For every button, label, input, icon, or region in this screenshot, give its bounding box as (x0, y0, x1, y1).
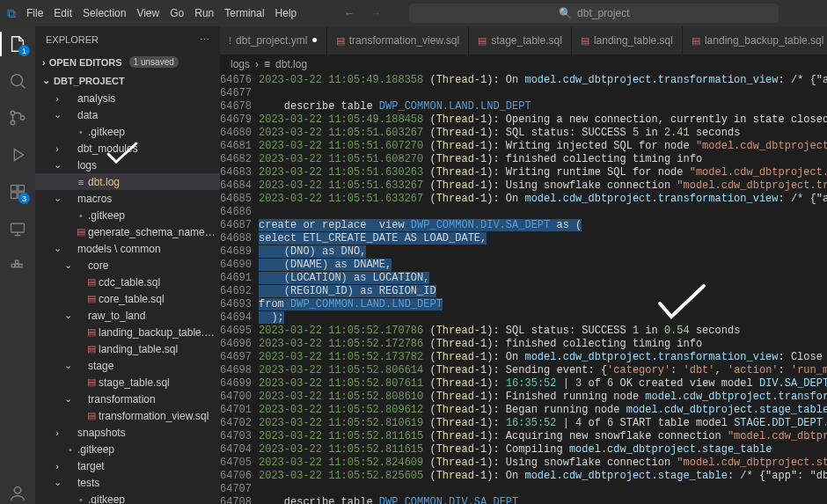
menu-edit[interactable]: Edit (54, 7, 72, 19)
breadcrumb-item[interactable]: logs (231, 58, 250, 70)
code-line[interactable]: (REGION_ID) as REGION_ID (259, 285, 827, 298)
editor-tab[interactable]: ▤landing_backup_table.sql (683, 26, 827, 55)
activity-remote-icon[interactable] (7, 218, 28, 239)
tree-item[interactable]: ▤cdc_table.sql (35, 274, 220, 290)
activity-search-icon[interactable] (7, 70, 28, 91)
tree-item[interactable]: •.gitkeep (35, 123, 220, 140)
code-line[interactable]: describe table DWP_COMMON.LAND.LND_DEPT (259, 100, 827, 113)
code-line[interactable]: create or replace view DWP_COMMON.DIV.SA… (259, 219, 827, 232)
code-line[interactable]: select ETL_CREATE_DATE AS LOAD_DATE, (259, 232, 827, 245)
chevron-down-icon: ⌄ (62, 393, 74, 405)
search-placeholder: dbt_project (577, 7, 629, 19)
tree-item[interactable]: ›target (35, 457, 220, 474)
open-editors-label: OPEN EDITORS (49, 57, 122, 68)
tree-item[interactable]: ▤generate_schema_name.sql (35, 223, 220, 240)
code-line[interactable]: 2023-03-22 11:05:51.633267 (Thread-1): O… (259, 193, 827, 206)
tree-item[interactable]: ▤landing_table.sql (35, 340, 220, 357)
editor-tab[interactable]: ▤stage_table.sql (469, 26, 572, 55)
editor-tab[interactable]: ▤transformation_view.sql (327, 26, 469, 55)
activity-run-debug-icon[interactable] (7, 144, 28, 165)
code-line[interactable] (259, 206, 827, 219)
project-name: DBT_PROJECT (54, 76, 125, 86)
more-icon[interactable]: ⋯ (200, 34, 209, 46)
activity-source-control-icon[interactable] (7, 107, 28, 128)
tree-item[interactable]: ›analysis (35, 90, 220, 106)
tree-item[interactable]: ▤landing_backup_table.sql (35, 324, 220, 340)
tree-item[interactable]: •.gitkeep (35, 441, 220, 457)
code-line[interactable]: (DNO) as DNO, (259, 245, 827, 259)
tree-item-label: logs (77, 159, 216, 172)
menu-file[interactable]: File (26, 7, 43, 19)
code-line[interactable]: 2023-03-22 11:05:51.603267 (Thread-1): S… (259, 127, 827, 140)
code-line[interactable]: (DNAME) as DNAME, (259, 259, 827, 272)
tree-item[interactable]: ⌄raw_to_land (35, 307, 220, 324)
code-line[interactable]: 2023-03-22 11:05:52.809612 (Thread-1): B… (259, 404, 827, 417)
nav-forward-icon[interactable]: → (370, 7, 381, 19)
activity-extensions-icon[interactable]: 3 (7, 181, 28, 202)
code-line[interactable]: ); (259, 311, 827, 325)
tree-item[interactable]: ⌄transformation (35, 391, 220, 407)
menu-run[interactable]: Run (194, 7, 214, 19)
tree-item[interactable]: ⌄core (35, 257, 220, 274)
editor-tab[interactable]: ▤landing_table.sql (572, 26, 683, 55)
tree-item[interactable]: ›dbt_modules (35, 140, 220, 157)
tree-item[interactable]: ▤core_table.sql (35, 290, 220, 307)
editor-tab[interactable]: !dbt_project.yml• (220, 26, 327, 55)
code-line[interactable]: 2023-03-22 11:05:49.188358 (Thread-1): O… (259, 74, 827, 87)
code-line[interactable]: 2023-03-22 11:05:52.172786 (Thread-1): f… (259, 338, 827, 351)
tree-item[interactable]: ▤transformation_view.sql (35, 407, 220, 424)
activity-account-icon[interactable] (7, 483, 28, 504)
code-line[interactable]: 2023-03-22 11:05:51.608270 (Thread-1): f… (259, 153, 827, 166)
nav-back-icon[interactable]: ← (344, 7, 355, 19)
code-line[interactable]: 2023-03-22 11:05:52.824609 (Thread-1): U… (259, 457, 827, 470)
code-line[interactable]: 2023-03-22 11:05:52.810619 (Thread-1): 1… (259, 417, 827, 430)
code-line[interactable]: 2023-03-22 11:05:52.806614 (Thread-1): S… (259, 364, 827, 377)
file-icon: ▤ (84, 343, 99, 354)
code-content[interactable]: 2023-03-22 11:05:49.188358 (Thread-1): O… (259, 74, 827, 504)
menu-help[interactable]: Help (275, 7, 297, 19)
code-line[interactable]: 2023-03-22 11:05:51.607270 (Thread-1): W… (259, 140, 827, 153)
chevron-right-icon: › (255, 58, 259, 70)
tree-item[interactable]: ⌄stage (35, 357, 220, 374)
breadcrumb-item[interactable]: dbt.log (275, 58, 307, 70)
tree-item-label: tests (77, 477, 216, 489)
code-line[interactable] (259, 483, 827, 496)
tree-item-label: core_table.sql (99, 293, 216, 305)
code-line[interactable]: 2023-03-22 11:05:49.188458 (Thread-1): O… (259, 113, 827, 127)
code-line[interactable]: 2023-03-22 11:05:52.807611 (Thread-1): 1… (259, 377, 827, 391)
tree-item[interactable]: ⌄logs (35, 157, 220, 173)
command-center[interactable]: 🔍 dbt_project (409, 4, 779, 23)
menu-terminal[interactable]: Terminal (224, 7, 264, 19)
code-editor[interactable]: 6467664677646786467964680646816468264683… (220, 74, 827, 504)
code-line[interactable]: (LOCATION) as LOCATION, (259, 272, 827, 285)
code-line[interactable]: describe table DWP_COMMON.DIV.SA_DEPT (259, 496, 827, 504)
code-line[interactable]: from DWP_COMMON.LAND.LND_DEPT (259, 298, 827, 311)
project-section[interactable]: ⌄ DBT_PROJECT (35, 71, 220, 90)
activity-docker-icon[interactable] (7, 255, 28, 276)
open-editors-section[interactable]: › OPEN EDITORS 1 unsaved (35, 53, 220, 71)
code-line[interactable]: 2023-03-22 11:05:51.630263 (Thread-1): W… (259, 166, 827, 179)
tree-item[interactable]: ▤stage_table.sql (35, 374, 220, 391)
code-line[interactable]: 2023-03-22 11:05:51.633267 (Thread-1): U… (259, 179, 827, 193)
tree-item[interactable]: ⌄tests (35, 474, 220, 491)
code-line[interactable]: 2023-03-22 11:05:52.170786 (Thread-1): S… (259, 325, 827, 338)
code-line[interactable] (259, 87, 827, 100)
menu-selection[interactable]: Selection (83, 7, 126, 19)
tree-item[interactable]: ⌄macros (35, 190, 220, 207)
code-line[interactable]: 2023-03-22 11:05:52.825605 (Thread-1): O… (259, 470, 827, 483)
code-line[interactable]: 2023-03-22 11:05:52.808610 (Thread-1): F… (259, 391, 827, 404)
tree-item[interactable]: •.gitkeep (35, 207, 220, 223)
tree-item-label: stage (88, 360, 216, 372)
tree-item[interactable]: ›snapshots (35, 424, 220, 441)
code-line[interactable]: 2023-03-22 11:05:52.811615 (Thread-1): A… (259, 430, 827, 443)
code-line[interactable]: 2023-03-22 11:05:52.173782 (Thread-1): O… (259, 351, 827, 364)
code-line[interactable]: 2023-03-22 11:05:52.811615 (Thread-1): C… (259, 443, 827, 457)
tree-item[interactable]: •.gitkeep (35, 491, 220, 504)
activity-explorer-icon[interactable]: 1 (7, 33, 28, 55)
menu-go[interactable]: Go (170, 7, 184, 19)
menu-view[interactable]: View (136, 7, 159, 19)
tree-item[interactable]: ⌄data (35, 106, 220, 123)
tree-item[interactable]: ⌄models \ common (35, 240, 220, 257)
file-icon: ▤ (84, 276, 99, 288)
tree-item[interactable]: ≡dbt.log (35, 173, 220, 190)
